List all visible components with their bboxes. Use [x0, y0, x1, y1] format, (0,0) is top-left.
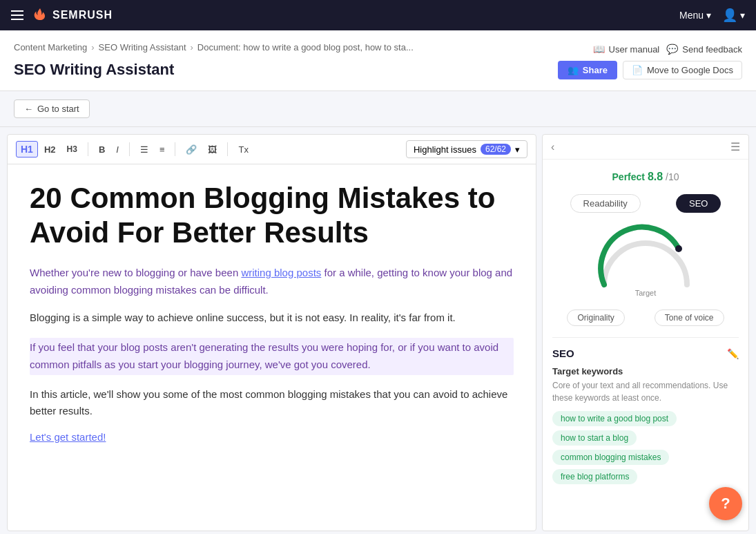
help-button[interactable]: ? [709, 487, 742, 520]
toolbar-divider-3 [175, 142, 175, 156]
arrow-left-icon: ← [24, 104, 33, 114]
score-denom: /10 [666, 171, 679, 182]
semrush-flame-icon [32, 7, 48, 23]
ordered-list-button[interactable]: ☰ [135, 142, 153, 158]
highlight-chevron-icon: ▾ [515, 144, 520, 155]
bold-button[interactable]: B [94, 142, 110, 158]
share-button[interactable]: 👥 Share [558, 61, 617, 79]
right-panel-content: Perfect 8.8 /10 Readability SEO [543, 160, 748, 531]
breadcrumb-content-marketing[interactable]: Content Marketing [14, 42, 87, 53]
user-manual-label: User manual [609, 44, 660, 55]
document-title: 20 Common Blogging Mistakes to Avoid For… [30, 181, 514, 251]
semrush-logo[interactable]: SEMRUSH [32, 7, 113, 23]
issue-count-badge: 62/62 [481, 144, 511, 155]
highlight-issues-button[interactable]: Highlight issues 62/62 ▾ [406, 140, 527, 158]
share-label: Share [583, 65, 608, 75]
send-feedback-label: Send feedback [682, 44, 742, 55]
user-chevron: ▾ [740, 10, 745, 21]
seo-title: SEO [552, 347, 574, 359]
breadcrumb: Content Marketing › SEO Writing Assistan… [14, 42, 414, 53]
main-layout: H1 H2 H3 B I ☰ ≡ 🔗 🖼 Tx Highlight i [0, 127, 756, 534]
nav-left: SEMRUSH [11, 7, 113, 23]
keyword-tag-3: free blog platforms [552, 469, 637, 484]
format-group: B I [94, 142, 124, 158]
keyword-tag-0: how to write a good blog post [552, 411, 677, 426]
breadcrumb-sep-1: › [91, 42, 94, 53]
feedback-icon: 💬 [666, 44, 678, 55]
go-to-start-button[interactable]: ← Go to start [14, 99, 90, 118]
keyword-tags: how to write a good blog post how to sta… [552, 411, 739, 484]
page-title: SEO Writing Assistant [14, 61, 174, 79]
score-prefix: Perfect [612, 171, 645, 182]
sub-header: Content Marketing › SEO Writing Assistan… [0, 30, 756, 91]
h3-button[interactable]: H3 [62, 142, 82, 157]
image-button[interactable]: 🖼 [203, 142, 222, 158]
svg-point-0 [675, 245, 682, 252]
book-icon: 📖 [593, 44, 605, 55]
target-label: Target [635, 289, 657, 297]
sub-header-row: SEO Writing Assistant 👥 Share 📄 Move to … [14, 61, 742, 79]
insert-group: 🔗 🖼 [181, 142, 222, 158]
tab-seo[interactable]: SEO [676, 194, 721, 213]
paragraph-2: Blogging is a simple way to achieve onli… [30, 309, 514, 327]
italic-button[interactable]: I [111, 142, 124, 158]
edit-icon[interactable]: ✏️ [727, 348, 739, 359]
unordered-list-button[interactable]: ≡ [155, 142, 170, 158]
score-section: Perfect 8.8 /10 [552, 171, 739, 183]
paragraph-4: In this article, we'll show you some of … [30, 386, 514, 421]
breadcrumb-seo-writing[interactable]: SEO Writing Assistant [99, 42, 186, 53]
hamburger-menu[interactable] [11, 10, 23, 20]
menu-chevron: ▾ [706, 10, 711, 21]
semrush-text: SEMRUSH [52, 9, 113, 21]
top-nav: SEMRUSH Menu ▾ 👤 ▾ [0, 0, 756, 30]
share-icon: 👥 [568, 65, 579, 75]
user-manual-button[interactable]: 📖 User manual [593, 44, 660, 55]
keyword-tag-2: common blogging mistakes [552, 450, 669, 465]
right-panel-header: ‹ ☰ [543, 135, 748, 160]
menu-button[interactable]: Menu ▾ [679, 10, 711, 21]
seo-section-header: SEO ✏️ [552, 347, 739, 359]
intro-paragraph: Whether you're new to blogging or have b… [30, 265, 514, 299]
toolbar-divider-1 [88, 142, 88, 156]
panel-menu-button[interactable]: ☰ [730, 140, 740, 153]
gauge-svg [590, 222, 701, 292]
toolbar-divider-4 [227, 142, 228, 156]
highlight-issues-label: Highlight issues [414, 144, 476, 155]
menu-label: Menu [679, 10, 704, 21]
clear-format-button[interactable]: Tx [233, 142, 253, 158]
score-number: 8.8 [648, 171, 663, 182]
h1-button[interactable]: H1 [16, 141, 38, 158]
go-to-start-label: Go to start [37, 104, 79, 114]
sub-header-actions: 📖 User manual 💬 Send feedback [593, 44, 742, 55]
toolbar: H1 H2 H3 B I ☰ ≡ 🔗 🖼 Tx Highlight i [8, 135, 536, 164]
nav-right: Menu ▾ 👤 ▾ [679, 8, 745, 23]
writing-blog-posts-link[interactable]: writing blog posts [241, 267, 321, 278]
tab-originality[interactable]: Originality [567, 309, 624, 326]
editor-content[interactable]: 20 Common Blogging Mistakes to Avoid For… [8, 164, 536, 531]
toolbar-divider-2 [129, 142, 130, 156]
right-panel: ‹ ☰ Perfect 8.8 /10 Readability SEO [542, 134, 749, 531]
main-tabs: Readability SEO [552, 194, 739, 213]
score-label: Perfect 8.8 /10 [552, 171, 739, 183]
tab-readability[interactable]: Readability [570, 194, 641, 213]
list-group: ☰ ≡ [135, 142, 170, 158]
keyword-tag-1: how to start a blog [552, 430, 637, 446]
tab-tone-of-voice[interactable]: Tone of voice [655, 309, 724, 326]
paragraph-3: If you feel that your blog posts aren't … [30, 338, 514, 375]
seo-section: SEO ✏️ Target keywords Core of your text… [552, 337, 739, 484]
h2-button[interactable]: H2 [39, 142, 61, 158]
send-feedback-button[interactable]: 💬 Send feedback [666, 44, 742, 55]
target-keywords-title: Target keywords [552, 366, 739, 376]
target-keywords-desc: Core of your text and all recommendation… [552, 379, 739, 404]
sub-tabs: Originality Tone of voice [552, 309, 739, 326]
intro-text-before: Whether you're new to blogging or have b… [30, 267, 241, 278]
heading-group: H1 H2 H3 [16, 141, 82, 158]
panel-collapse-button[interactable]: ‹ [551, 141, 554, 153]
move-to-google-docs-button[interactable]: 📄 Move to Google Docs [623, 61, 742, 79]
cta-link[interactable]: Let's get started! [30, 431, 106, 443]
gauge-chart: Target [552, 222, 739, 304]
user-button[interactable]: 👤 ▾ [722, 8, 745, 23]
google-docs-icon: 📄 [632, 65, 643, 75]
google-docs-label: Move to Google Docs [647, 65, 733, 75]
link-button[interactable]: 🔗 [181, 142, 202, 158]
